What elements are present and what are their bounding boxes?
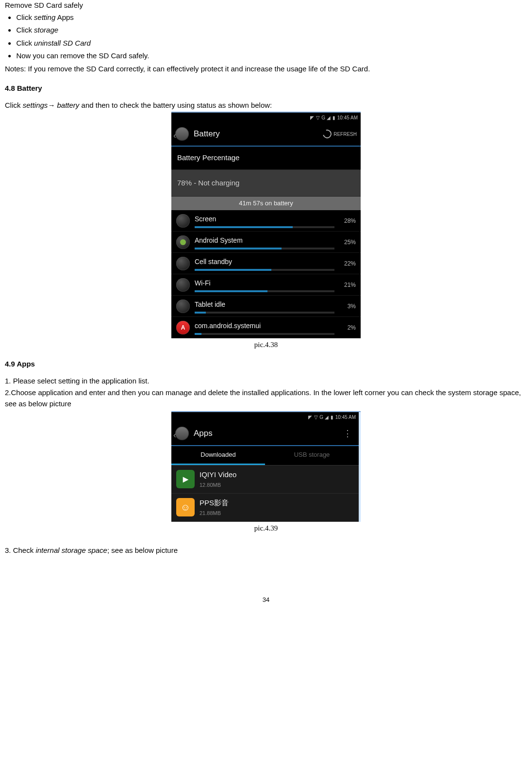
battery-icon: ▮ <box>332 114 335 121</box>
app-usage-icon <box>176 278 190 292</box>
usage-percent: 22% <box>339 259 356 268</box>
battery-usage-row[interactable]: Android System25% <box>171 232 361 253</box>
app-row[interactable]: PPS影音21.88MB <box>171 494 359 522</box>
app-usage-icon <box>176 214 190 228</box>
battery-icon: ▮ <box>331 414 333 421</box>
intro-title: Remove SD Card safely <box>5 0 527 11</box>
battery-percentage-status[interactable]: 78% - Not charging <box>171 170 361 197</box>
usage-bar <box>195 269 334 271</box>
usage-percent: 25% <box>339 238 356 247</box>
bullet-4: Now you can remove the SD Card safely. <box>5 50 527 63</box>
apps-title: Apps <box>194 427 343 440</box>
battery-usage-row[interactable]: com.android.systemui2% <box>171 317 361 338</box>
battery-usage-row[interactable]: Tablet idle3% <box>171 296 361 317</box>
usage-name: com.android.systemui <box>195 321 334 331</box>
time-on-battery: 41m 57s on battery <box>171 197 361 210</box>
section49-line1: 1. Please select setting in the applicat… <box>5 376 527 387</box>
usage-percent: 2% <box>339 323 356 332</box>
bullet-1: Click setting Apps <box>5 11 527 24</box>
usage-name: Android System <box>195 235 334 246</box>
usage-name: Cell standby <box>195 257 334 267</box>
tab-usb-storage[interactable]: USB storage <box>265 446 359 465</box>
app-icon <box>176 470 195 488</box>
section48-line: Click settings→ battery and then to chec… <box>5 100 527 111</box>
battery-screenshot: ◤ ▽ G ◢ ▮ 10:45 AM Battery REFRESH Batte… <box>171 112 361 338</box>
apps-header[interactable]: Apps ⋮ <box>171 422 359 446</box>
status-bar-2: ◤ ▽ G ◢ ▮ 10:45 AM <box>171 412 359 422</box>
app-icon <box>176 498 195 516</box>
battery-header[interactable]: Battery REFRESH <box>171 122 361 147</box>
usage-bar <box>195 333 334 335</box>
status-bar: ◤ ▽ G ◢ ▮ 10:45 AM <box>171 113 361 122</box>
network-icon: ▽ G ◢ <box>316 114 330 121</box>
app-row[interactable]: IQIYI Video12.80MB <box>171 465 359 494</box>
battery-usage-row[interactable]: Cell standby22% <box>171 253 361 274</box>
status-time-2: 10:45 AM <box>335 414 356 421</box>
apps-screenshot: ◤ ▽ G ◢ ▮ 10:45 AM Apps ⋮ Downloaded USB… <box>171 411 361 522</box>
app-name: IQIYI Video <box>200 469 236 481</box>
usage-name: Tablet idle <box>195 299 334 310</box>
notes-text: Notes: If you remove the SD Card correct… <box>5 64 527 75</box>
status-time: 10:45 AM <box>337 114 358 121</box>
app-usage-icon <box>176 299 190 313</box>
tab-downloaded[interactable]: Downloaded <box>171 446 265 465</box>
app-usage-icon <box>176 321 190 334</box>
line3: 3. Check internal storage space; see as … <box>5 545 527 556</box>
app-usage-icon <box>176 257 190 270</box>
usage-name: Wi-Fi <box>195 278 334 288</box>
gear-icon[interactable] <box>175 127 189 141</box>
usage-bar <box>195 290 334 292</box>
usage-bar <box>195 312 334 314</box>
heading-4-9: 4.9 Apps <box>5 359 527 370</box>
page-number: 34 <box>5 595 527 605</box>
refresh-icon <box>321 128 333 140</box>
signal-icon: ◤ <box>308 414 312 421</box>
section49-line2: 2.Choose application and enter and then … <box>5 387 527 409</box>
bullet-2: Click storage <box>5 24 527 37</box>
usage-percent: 28% <box>339 216 356 225</box>
usage-bar <box>195 248 334 249</box>
menu-dots-icon[interactable]: ⋮ <box>343 431 355 436</box>
battery-percentage-label[interactable]: Battery Percentage <box>171 147 361 170</box>
usage-name: Screen <box>195 214 334 224</box>
usage-bar <box>195 226 334 228</box>
signal-icon: ◤ <box>310 114 314 121</box>
apps-tabs: Downloaded USB storage <box>171 446 359 465</box>
battery-usage-row[interactable]: Wi-Fi21% <box>171 274 361 296</box>
network-icon: ▽ G ◢ <box>314 414 328 421</box>
battery-title: Battery <box>194 128 323 140</box>
caption-2: pic.4.39 <box>5 523 527 534</box>
app-name: PPS影音 <box>200 498 229 509</box>
caption-1: pic.4.38 <box>5 339 527 350</box>
usage-percent: 3% <box>339 302 356 311</box>
bullet-3: Click uninstall SD Card <box>5 37 527 50</box>
app-size: 12.80MB <box>200 481 236 489</box>
gear-icon[interactable] <box>175 427 189 440</box>
app-size: 21.88MB <box>200 509 229 517</box>
intro-bullets: Click setting Apps Click storage Click u… <box>5 11 527 63</box>
refresh-button[interactable]: REFRESH <box>323 130 357 138</box>
battery-usage-row[interactable]: Screen28% <box>171 210 361 232</box>
app-usage-icon <box>176 235 190 249</box>
heading-4-8: 4.8 Battery <box>5 83 527 94</box>
usage-percent: 21% <box>339 281 356 289</box>
